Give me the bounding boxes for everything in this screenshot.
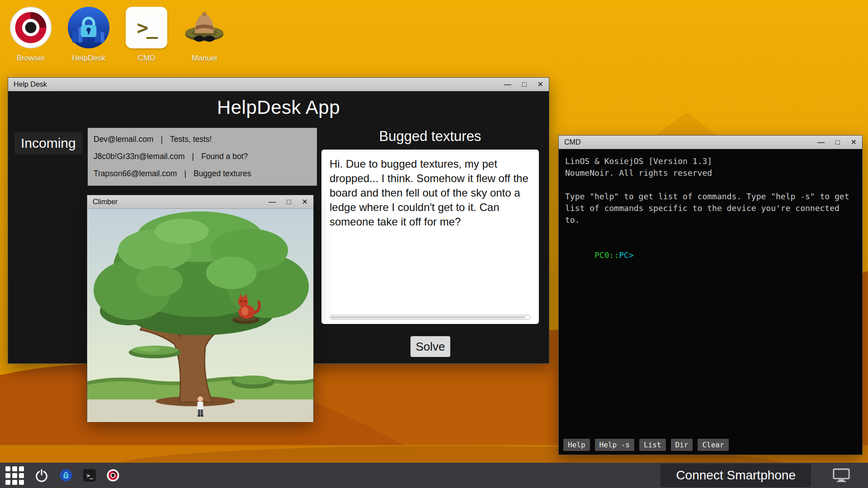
taskbar: >_ Connect Smartphone <box>0 463 868 488</box>
window-title: Climber <box>93 198 118 206</box>
grass-ledge-left <box>129 346 181 358</box>
cmd-window: CMD — □ ✕ LinOS & KosiejOS [Version 1.3]… <box>558 135 863 455</box>
power-icon[interactable] <box>34 468 49 483</box>
terminal-blank-line <box>565 179 856 191</box>
terminal-line: NoumeNoir. All rights reserved <box>565 167 856 179</box>
climber-titlebar[interactable]: Climber — □ ✕ <box>87 195 313 209</box>
close-icon[interactable]: ✕ <box>302 198 308 206</box>
connect-smartphone-button[interactable]: Connect Smartphone <box>660 464 811 487</box>
taskbar-browser-icon[interactable] <box>106 469 120 482</box>
sombrero-icon <box>182 5 226 50</box>
app-menu-icon[interactable] <box>5 466 24 485</box>
ticket-body-panel: Hi. Due to bugged textures, my pet dropp… <box>321 150 539 324</box>
taskbar-left: >_ <box>5 466 120 485</box>
terminal-output[interactable]: LinOS & KosiejOS [Version 1.3] NoumeNoir… <box>559 149 862 455</box>
ticket-title: Bugged textures <box>321 128 539 145</box>
cmd-dir-button[interactable]: Dir <box>671 439 693 451</box>
prompt-host: PC0:: <box>594 250 619 260</box>
climber-window: Climber — □ ✕ <box>87 195 314 422</box>
desktop-icon-helpdesk[interactable]: HelpDesk <box>66 5 111 63</box>
browser-icon <box>9 5 53 50</box>
solve-button[interactable]: Solve <box>410 336 450 357</box>
minimize-icon[interactable]: — <box>269 198 276 206</box>
cmd-icon: >_ <box>124 5 169 50</box>
desktop-icon-browser[interactable]: Browser <box>8 5 53 63</box>
ticket-separator: | <box>184 169 186 178</box>
ticket-row[interactable]: Dev@lemail.com | Tests, tests! <box>88 131 317 148</box>
terminal-prompt-glyph: >_ <box>137 17 156 39</box>
desktop-icon-row: Browser HelpDesk <box>8 5 227 63</box>
ticket-email: Dev@lemail.com <box>94 135 154 144</box>
horizontal-scrollbar[interactable] <box>330 315 531 319</box>
terminal-blank-line <box>565 226 856 238</box>
ticket-email: Trapson66@lemail.com <box>94 169 177 178</box>
climber-game-scene[interactable] <box>87 209 313 422</box>
cmd-quick-buttons: Help Help -s List Dir Clear <box>563 439 729 451</box>
terminal-help-text: Type "help" to get list of commands. Typ… <box>565 191 856 226</box>
terminal-prompt-glyph: >_ <box>86 472 93 479</box>
cmd-help-s-button[interactable]: Help -s <box>595 439 634 451</box>
ticket-body-text: Hi. Due to bugged textures, my pet dropp… <box>330 158 528 228</box>
window-controls: — □ ✕ <box>817 139 857 146</box>
taskbar-helpdesk-icon[interactable] <box>59 469 73 482</box>
ticket-subject: Found a bot? <box>201 152 248 161</box>
taskbar-cmd-icon[interactable]: >_ <box>83 469 96 482</box>
scrollbar-thumb[interactable] <box>331 316 525 318</box>
maximize-icon[interactable]: □ <box>835 139 840 146</box>
maximize-icon[interactable]: □ <box>287 198 291 206</box>
minimize-icon[interactable]: — <box>817 139 825 146</box>
incoming-label: Incoming <box>14 132 82 155</box>
ticket-subject: Tests, tests! <box>170 135 212 144</box>
taskbar-right: Connect Smartphone <box>660 464 850 487</box>
window-controls: — □ ✕ <box>504 81 543 88</box>
ticket-row[interactable]: J8c0b!Gr33n@lemail.com | Found a bot? <box>88 148 317 165</box>
ticket-list: Dev@lemail.com | Tests, tests! J8c0b!Gr3… <box>88 128 317 186</box>
desktop-icon-label: Manuel <box>192 54 217 63</box>
desktop-icon-label: CMD <box>138 54 156 63</box>
maximize-icon[interactable]: □ <box>522 81 527 88</box>
ticket-row[interactable]: Trapson66@lemail.com | Bugged textures <box>88 165 317 182</box>
desktop-icon-manuel[interactable]: Manuel <box>182 5 227 63</box>
ticket-separator: | <box>192 152 194 161</box>
prompt-path: PC> <box>619 250 634 260</box>
close-icon[interactable]: ✕ <box>538 81 543 88</box>
minimize-icon[interactable]: — <box>504 81 511 88</box>
cmd-list-button[interactable]: List <box>639 439 666 451</box>
helpdesk-icon <box>66 5 111 50</box>
ticket-separator: | <box>161 135 163 144</box>
ticket-email: J8c0b!Gr33n@lemail.com <box>94 152 185 161</box>
cmd-clear-button[interactable]: Clear <box>698 439 728 451</box>
cmd-titlebar[interactable]: CMD — □ ✕ <box>559 136 862 149</box>
terminal-prompt[interactable]: PC0::PC> <box>565 238 856 273</box>
window-controls: — □ ✕ <box>269 198 308 206</box>
desktop-icon-label: Browser <box>17 54 45 63</box>
desktop-icon-label: HelpDesk <box>72 54 105 63</box>
ticket-subject: Bugged textures <box>193 169 251 178</box>
terminal-line: LinOS & KosiejOS [Version 1.3] <box>565 155 856 167</box>
desktop-icon-cmd[interactable]: >_ CMD <box>124 5 169 63</box>
window-title: Help Desk <box>14 80 47 89</box>
grass-ledge-right <box>231 375 275 389</box>
cmd-help-button[interactable]: Help <box>563 439 590 451</box>
helpdesk-titlebar[interactable]: Help Desk — □ ✕ <box>8 78 549 91</box>
app-title: HelpDesk App <box>8 97 549 118</box>
close-icon[interactable]: ✕ <box>851 139 857 146</box>
monitor-icon[interactable] <box>833 468 850 483</box>
window-title: CMD <box>564 138 580 146</box>
